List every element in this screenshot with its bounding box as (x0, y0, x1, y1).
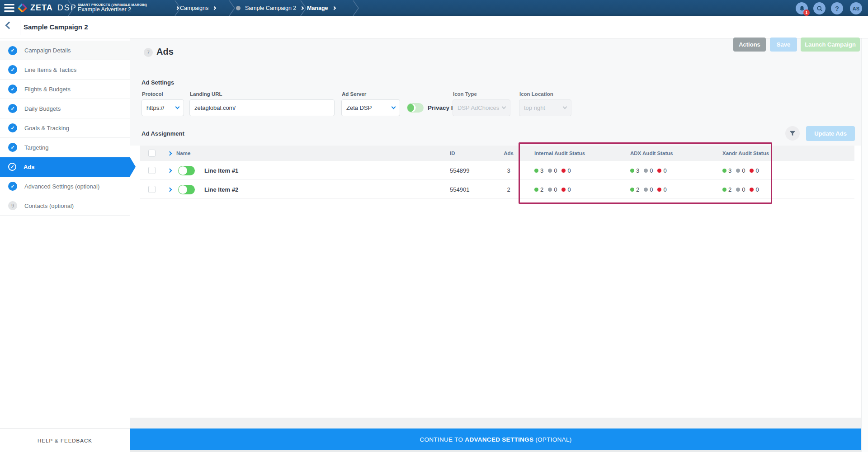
xandr-audit-status: 3 0 0 (722, 161, 764, 180)
hamburger-menu-icon[interactable] (4, 4, 14, 12)
save-button[interactable]: Save (770, 38, 797, 52)
ad-server-select[interactable]: Zeta DSP (341, 99, 400, 116)
divider (20, 20, 20, 35)
scrollbar-track[interactable] (861, 38, 868, 452)
line-item-name[interactable]: Line Item #1 (204, 161, 238, 180)
step-number-badge: 7 (144, 48, 153, 57)
sidebar-item-ads[interactable]: ✓ Ads (0, 157, 130, 177)
sidebar-item-campaign-details[interactable]: ✓ Campaign Details (0, 41, 130, 60)
check-icon: ✓ (8, 85, 17, 94)
sidebar-item-flights-budgets[interactable]: ✓ Flights & Budgets (0, 80, 130, 99)
protocol-select[interactable]: https:// (142, 99, 184, 116)
sidebar-item-goals-tracking[interactable]: ✓ Goals & Tracking (0, 118, 130, 138)
line-item-name[interactable]: Line Item #2 (204, 180, 238, 199)
breadcrumb-campaign[interactable]: Sample Campaign 2 (236, 0, 303, 16)
table-row: Line Item #2 554901 2 2 0 0 2 0 0 2 0 0 (140, 180, 854, 199)
line-item-toggle[interactable] (178, 185, 195, 194)
step-number-icon: 9 (8, 201, 17, 210)
landing-url-input[interactable] (189, 99, 335, 116)
row-checkbox[interactable] (148, 186, 156, 193)
line-item-toggle[interactable] (178, 166, 195, 175)
campaign-status-dot (236, 6, 241, 10)
check-icon: ✓ (8, 163, 16, 171)
sidebar-item-daily-budgets[interactable]: ✓ Daily Budgets (0, 99, 130, 118)
continue-prefix: CONTINUE TO (420, 436, 465, 443)
select-all-checkbox[interactable] (148, 150, 156, 157)
sidebar-item-label: Flights & Budgets (24, 86, 71, 93)
internal-audit-status: 3 0 0 (534, 161, 576, 180)
sidebar-item-label: Goals & Tracking (24, 125, 69, 132)
user-avatar[interactable]: AS (850, 2, 862, 14)
sidebar-item-label: Daily Budgets (24, 105, 61, 112)
approved-dot-icon (534, 169, 538, 173)
breadcrumb-advertiser[interactable]: SMART PROJECTS (VARIABLE MARGIN) Example… (78, 0, 179, 16)
launch-campaign-button[interactable]: Launch Campaign (801, 38, 860, 52)
sidebar-item-contacts[interactable]: 9 Contacts (optional) (0, 196, 130, 216)
approved-dot-icon (630, 169, 634, 173)
content-bottom-strip (130, 418, 861, 428)
funnel-icon (789, 130, 796, 137)
pending-count: 0 (554, 167, 557, 174)
check-icon: ✓ (8, 143, 17, 152)
search-button[interactable] (813, 2, 826, 14)
pending-count: 0 (554, 186, 557, 193)
expand-row-icon[interactable] (168, 187, 172, 192)
rejected-count: 0 (663, 167, 666, 174)
expand-all-icon[interactable] (168, 151, 172, 155)
avatar-initials: AS (853, 6, 859, 11)
zeta-diamond-icon (17, 3, 28, 13)
chevron-right-icon (212, 6, 216, 10)
ad-assignment-label: Ad Assignment (142, 130, 184, 137)
column-id[interactable]: ID (450, 146, 455, 161)
continue-button[interactable]: CONTINUE TO ADVANCED SETTINGS (OPTIONAL) (130, 428, 861, 450)
advertiser-name: Example Advertiser 2 (78, 7, 147, 13)
filter-button[interactable] (785, 126, 800, 141)
breadcrumb-separator-icon (353, 0, 359, 18)
breadcrumb-separator-icon (68, 0, 74, 18)
column-xandr-audit[interactable]: Xandr Audit Status (722, 146, 769, 161)
sidebar-item-advanced-settings[interactable]: ✓ Advanced Settings (optional) (0, 177, 130, 196)
pending-count: 0 (742, 186, 745, 193)
search-icon (816, 5, 823, 12)
sidebar-item-label: Line Items & Tactics (24, 66, 76, 73)
protocol-label: Protocol (142, 91, 163, 97)
campaign-steps-sidebar: ✓ Campaign Details ✓ Line Items & Tactic… (0, 38, 130, 428)
rejected-dot-icon (657, 188, 661, 192)
update-ads-button[interactable]: Update Ads (806, 126, 855, 141)
sidebar-item-label: Ads (24, 164, 35, 170)
ad-server-label: Ad Server (342, 91, 366, 97)
bottom-edge (130, 450, 861, 452)
campaign-header: Sample Campaign 2 Actions Save Launch Ca… (0, 16, 868, 38)
row-checkbox[interactable] (148, 167, 156, 174)
breadcrumb-manage[interactable]: Manage (307, 0, 335, 16)
help-feedback-button[interactable]: HELP & FEEDBACK (0, 428, 130, 452)
icon-location-label: Icon Location (519, 91, 553, 97)
sidebar-item-line-items-tactics[interactable]: ✓ Line Items & Tactics (0, 60, 130, 80)
actions-button[interactable]: Actions (733, 38, 766, 52)
notifications-button[interactable]: 1 (796, 2, 808, 14)
column-internal-audit[interactable]: Internal Audit Status (534, 146, 585, 161)
column-ads[interactable]: Ads (500, 146, 518, 161)
back-button[interactable] (5, 22, 13, 29)
pending-dot-icon (736, 188, 740, 192)
rejected-dot-icon (657, 169, 661, 173)
breadcrumb-campaigns[interactable]: Campaigns (180, 0, 216, 16)
page-title: Sample Campaign 2 (24, 23, 88, 31)
help-button[interactable]: ? (831, 2, 843, 14)
ad-server-value: Zeta DSP (346, 104, 372, 111)
check-icon: ✓ (8, 46, 17, 55)
column-adx-audit[interactable]: ADX Audit Status (630, 146, 673, 161)
sidebar-item-label: Advanced Settings (optional) (24, 183, 99, 190)
check-icon: ✓ (8, 104, 17, 113)
privacy-icon-toggle[interactable] (407, 103, 424, 113)
column-name[interactable]: Name (176, 146, 190, 161)
line-item-id: 554899 (450, 161, 469, 180)
breadcrumb-separator-icon (229, 0, 235, 18)
sidebar-item-targeting[interactable]: ✓ Targeting (0, 138, 130, 157)
continue-suffix: (OPTIONAL) (533, 436, 571, 443)
rejected-dot-icon (750, 188, 754, 192)
approved-count: 3 (540, 167, 543, 174)
expand-row-icon[interactable] (168, 168, 172, 173)
chevron-down-icon (502, 105, 506, 109)
internal-audit-status: 2 0 0 (534, 180, 576, 199)
